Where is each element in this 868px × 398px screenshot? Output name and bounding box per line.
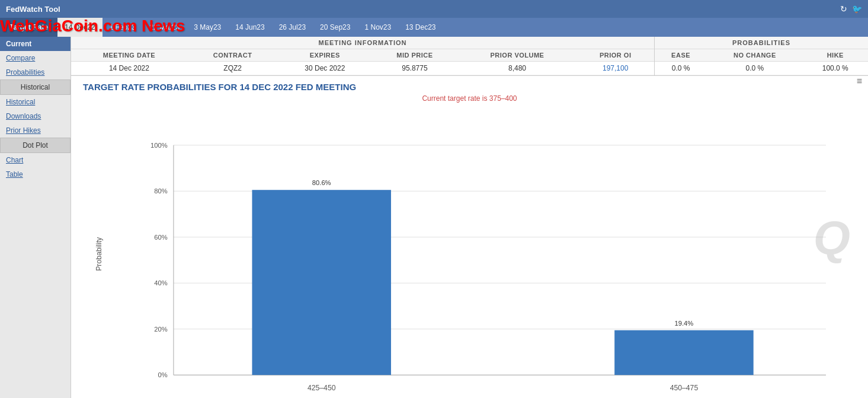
col-contract: CONTRACT: [187, 49, 278, 62]
sidebar-probabilities[interactable]: Probabilities: [0, 65, 71, 79]
bar-label-450-475: 19.4%: [675, 320, 694, 327]
tab-20sep23[interactable]: 20 Sep23: [313, 18, 357, 37]
app-title: FedWatch Tool: [6, 5, 60, 14]
sidebar-downloads[interactable]: Downloads: [0, 109, 71, 123]
col-ease: EASE: [655, 49, 707, 62]
x-label-450-475: 450–475: [670, 384, 699, 392]
meeting-info: MEETING INFORMATION MEETING DATE CONTRAC…: [71, 37, 655, 75]
sidebar-table[interactable]: Table: [0, 167, 71, 182]
sidebar-historical[interactable]: Historical: [0, 95, 71, 109]
col-prior-oi: PRIOR OI: [576, 49, 654, 62]
bar-450-475[interactable]: [614, 330, 753, 375]
info-table-container: MEETING INFORMATION MEETING DATE CONTRAC…: [71, 37, 868, 76]
refresh-icon[interactable]: ↻: [840, 4, 847, 14]
tab-1feb23[interactable]: 1 Feb23: [103, 18, 143, 37]
y-label-60: 60%: [154, 234, 167, 241]
y-label-0: 0%: [158, 371, 168, 378]
tab-13dec23[interactable]: 13 Dec23: [398, 18, 443, 37]
probabilities-header: PROBABILITIES: [655, 37, 868, 49]
col-hike: HIKE: [803, 49, 868, 62]
sidebar-prior-hikes[interactable]: Prior Hikes: [0, 123, 71, 138]
main-layout: Current Compare Probabilities Historical…: [0, 37, 868, 398]
col-meeting-date: MEETING DATE: [71, 49, 187, 62]
col-prior-volume: PRIOR VOLUME: [458, 49, 577, 62]
bar-chart: 100% 80% 60% 40% 20% 0% Probability 80.6…: [83, 107, 856, 398]
top-bar-icons: ↻ 🐦: [840, 4, 862, 14]
sidebar-chart[interactable]: Chart: [0, 153, 71, 167]
hike-value: 100.0 %: [803, 62, 868, 75]
contract-value: ZQZ2: [187, 62, 278, 75]
col-no-change: NO CHANGE: [707, 49, 802, 62]
chart-menu-icon[interactable]: ≡: [857, 76, 862, 87]
tab-1nov23[interactable]: 1 Nov23: [357, 18, 398, 37]
col-mid-price: MID PRICE: [371, 49, 457, 62]
meeting-date-value: 14 Dec 2022: [71, 62, 187, 75]
historical-group-label: Historical: [0, 79, 71, 95]
sidebar-compare[interactable]: Compare: [0, 51, 71, 65]
tab-22mar23[interactable]: 22 Mar23: [143, 18, 187, 37]
sidebar-current[interactable]: Current: [0, 37, 71, 51]
twitter-icon[interactable]: 🐦: [852, 4, 862, 14]
bar-425-450[interactable]: [252, 190, 390, 375]
y-label-80: 80%: [154, 187, 167, 195]
y-label-100: 100%: [150, 142, 168, 149]
probabilities-section: PROBABILITIES EASE NO CHANGE HIKE 0.0 % …: [655, 37, 868, 75]
meeting-info-header: MEETING INFORMATION: [71, 37, 654, 49]
y-label-40: 40%: [154, 279, 167, 286]
sidebar: Current Compare Probabilities Historical…: [0, 37, 71, 398]
no-change-value: 0.0 %: [707, 62, 802, 75]
dot-plot-group-label: Dot Plot: [0, 138, 71, 153]
tab-3may23[interactable]: 3 May23: [187, 18, 228, 37]
mid-price-value: 95.8775: [371, 62, 457, 75]
chart-subtitle: Current target rate is 375–400: [83, 94, 856, 103]
meeting-data-table: MEETING DATE CONTRACT EXPIRES MID PRICE …: [71, 49, 654, 75]
x-label-425-450: 425–450: [308, 384, 336, 392]
top-bar: FedWatch Tool ↻ 🐦: [0, 0, 868, 18]
chart-area: TARGET RATE PROBABILITIES FOR 14 DEC 202…: [71, 76, 868, 398]
chart-title: TARGET RATE PROBABILITIES FOR 14 DEC 202…: [83, 82, 856, 92]
tab-14dec22[interactable]: 14 Dec22: [57, 18, 102, 37]
prior-volume-value: 8,480: [458, 62, 577, 75]
expires-value: 30 Dec 2022: [278, 62, 371, 75]
target-rate-tab[interactable]: Target Rate: [0, 18, 57, 37]
tab-26jul23[interactable]: 26 Jul23: [272, 18, 313, 37]
meeting-data-row: 14 Dec 2022 ZQZ2 30 Dec 2022 95.8775 8,4…: [71, 62, 654, 75]
bar-label-425-450: 80.6%: [312, 179, 331, 186]
tab-14jun23[interactable]: 14 Jun23: [228, 18, 271, 37]
content-area: MEETING INFORMATION MEETING DATE CONTRAC…: [71, 37, 868, 398]
col-expires: EXPIRES: [278, 49, 371, 62]
y-axis-title: Probability: [95, 237, 103, 271]
prior-oi-value: 197,100: [576, 62, 654, 75]
tabs-row: Target Rate 14 Dec22 1 Feb23 22 Mar23 3 …: [0, 18, 868, 37]
probabilities-table: EASE NO CHANGE HIKE 0.0 % 0.0 % 100.0 %: [655, 49, 868, 75]
y-label-20: 20%: [154, 326, 167, 333]
prob-data-row: 0.0 % 0.0 % 100.0 %: [655, 62, 868, 75]
ease-value: 0.0 %: [655, 62, 707, 75]
